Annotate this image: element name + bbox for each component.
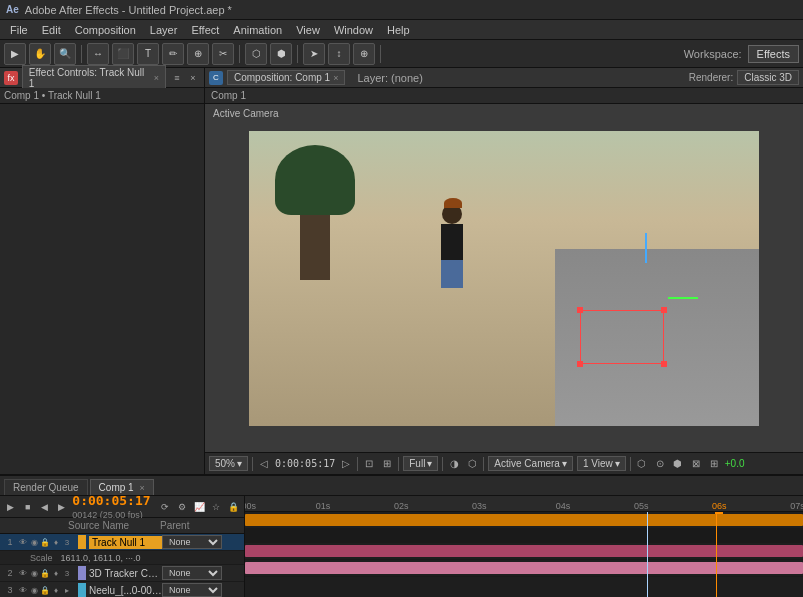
tool-zoom[interactable]: 🔍 xyxy=(54,43,76,65)
person-head xyxy=(442,204,462,224)
draft-icon[interactable]: ⊙ xyxy=(653,457,667,471)
tool-cam[interactable]: ➤ xyxy=(303,43,325,65)
composition-tab-close[interactable]: × xyxy=(333,73,338,83)
tl-solo-btn[interactable]: ☆ xyxy=(210,499,223,515)
color-icon[interactable]: ⬡ xyxy=(465,457,479,471)
render-icon[interactable]: ⬡ xyxy=(635,457,649,471)
effect-controls-tab-label: Effect Controls: Track Null 1 xyxy=(29,67,151,89)
menu-window[interactable]: Window xyxy=(328,22,379,38)
tool-null[interactable]: ⊕ xyxy=(353,43,375,65)
exposure-icon[interactable]: ◑ xyxy=(447,457,461,471)
tl-graph-btn[interactable]: 📈 xyxy=(193,499,206,515)
track-3 xyxy=(245,560,803,577)
layer-solo-icon-2[interactable]: ◉ xyxy=(29,568,39,578)
layer-solo-icon-1[interactable]: ◉ xyxy=(29,537,39,547)
layer-collapse-icon-3[interactable]: ▸ xyxy=(62,585,72,595)
parent-header: Parent xyxy=(160,520,240,531)
layer-name-1: Track Null 1 xyxy=(89,536,162,549)
effect-controls-tab[interactable]: Effect Controls: Track Null 1 × xyxy=(22,65,166,91)
layer-eye-icon-3[interactable]: 👁 xyxy=(18,585,28,595)
person-figure xyxy=(438,204,466,294)
transparency-icon[interactable]: ⊠ xyxy=(689,457,703,471)
layer-shy-icon-1[interactable]: ♦ xyxy=(51,537,61,547)
layer-lock-icon-3[interactable]: 🔒 xyxy=(40,585,50,595)
tool-puppet[interactable]: ⬡ xyxy=(245,43,267,65)
quality-button[interactable]: Full ▾ xyxy=(403,456,438,471)
tool-text[interactable]: T xyxy=(137,43,159,65)
effect-controls-tab-close[interactable]: × xyxy=(154,73,159,83)
menu-file[interactable]: File xyxy=(4,22,34,38)
ruler-01s: 01s xyxy=(316,501,331,511)
next-frame-icon[interactable]: ▷ xyxy=(339,457,353,471)
tool-light[interactable]: ↕ xyxy=(328,43,350,65)
menu-bar: File Edit Composition Layer Effect Anima… xyxy=(0,20,803,40)
menu-help[interactable]: Help xyxy=(381,22,416,38)
layer-solo-icon-3[interactable]: ◉ xyxy=(29,585,39,595)
menu-animation[interactable]: Animation xyxy=(227,22,288,38)
layer-3d-icon-2[interactable]: 3 xyxy=(62,568,72,578)
viewer-area[interactable]: Active Camera xyxy=(205,104,803,452)
parent-col-1: None xyxy=(162,535,242,549)
timeline-playhead[interactable] xyxy=(647,512,648,597)
channel-icon[interactable]: ⊞ xyxy=(707,457,721,471)
tl-loop-btn[interactable]: ⟳ xyxy=(159,499,172,515)
layer-row-1[interactable]: 1 👁 ◉ 🔒 ♦ 3 Track Null 1 None xyxy=(0,534,244,551)
layer-shy-icon-2[interactable]: ♦ xyxy=(51,568,61,578)
layer-row-2[interactable]: 2 👁 ◉ 🔒 ♦ 3 3D Tracker Camera None xyxy=(0,565,244,582)
parent-col-2: None xyxy=(162,566,242,580)
comp-name-bar: Comp 1 xyxy=(205,88,803,104)
menu-layer[interactable]: Layer xyxy=(144,22,184,38)
menu-edit[interactable]: Edit xyxy=(36,22,67,38)
timeline-play-btn[interactable]: ▶ xyxy=(4,499,17,515)
prev-frame-icon[interactable]: ◁ xyxy=(257,457,271,471)
panel-icon: fx xyxy=(4,71,18,85)
timeline-controls: ▶ ■ ◀ ▶ 0:00:05:17 00142 (25.00 fps) ⟳ ⚙… xyxy=(0,496,244,518)
panel-close-icon[interactable]: × xyxy=(186,71,200,85)
layer-lock-icon-2[interactable]: 🔒 xyxy=(40,568,50,578)
snap-icon[interactable]: ⊡ xyxy=(362,457,376,471)
tool-rotate[interactable]: ↔ xyxy=(87,43,109,65)
tool-hand[interactable]: ✋ xyxy=(29,43,51,65)
timeline-section: Render Queue Comp 1 × ▶ ■ ◀ ▶ 0:00:05:17… xyxy=(0,474,803,597)
grid-icon[interactable]: ⊞ xyxy=(380,457,394,471)
parent-dropdown-3[interactable]: None xyxy=(162,583,222,597)
tool-rect[interactable]: ⬛ xyxy=(112,43,134,65)
timeline-stop-btn[interactable]: ■ xyxy=(21,499,34,515)
zoom-button[interactable]: 50% ▾ xyxy=(209,456,248,471)
comp-tab-close[interactable]: × xyxy=(139,483,144,493)
layer-eye-icon-1[interactable]: 👁 xyxy=(18,537,28,547)
tl-settings-btn[interactable]: ⚙ xyxy=(176,499,189,515)
composition-tab[interactable]: Composition: Comp 1 × xyxy=(227,70,345,85)
track-bar-1 xyxy=(245,514,803,526)
layer-num-3: 3 xyxy=(2,585,18,595)
menu-effect[interactable]: Effect xyxy=(185,22,225,38)
tl-lock-btn[interactable]: 🔒 xyxy=(227,499,240,515)
tool-clone[interactable]: ⊕ xyxy=(187,43,209,65)
tracker-corner-br xyxy=(661,361,667,367)
view-count-button[interactable]: 1 View ▾ xyxy=(577,456,626,471)
timeline-next-btn[interactable]: ▶ xyxy=(55,499,68,515)
parent-dropdown-1[interactable]: None xyxy=(162,535,222,549)
panel-icons: ≡ × xyxy=(170,71,200,85)
timeline-tracks xyxy=(245,512,803,597)
layer-lock-icon-1[interactable]: 🔒 xyxy=(40,537,50,547)
timeline-timecode[interactable]: 0:00:05:17 xyxy=(72,493,150,508)
tool-pen[interactable]: ✏ xyxy=(162,43,184,65)
tool-paint[interactable]: ✂ xyxy=(212,43,234,65)
workspace-button[interactable]: Effects xyxy=(748,45,799,63)
menu-view[interactable]: View xyxy=(290,22,326,38)
camera-view-button[interactable]: Active Camera ▾ xyxy=(488,456,573,471)
renderer-button[interactable]: Classic 3D xyxy=(737,70,799,85)
layer-shy-icon-3[interactable]: ♦ xyxy=(51,585,61,595)
timeline-prev-btn[interactable]: ◀ xyxy=(38,499,51,515)
region-icon[interactable]: ⬢ xyxy=(671,457,685,471)
layer-row-3[interactable]: 3 👁 ◉ 🔒 ♦ ▸ Neelu_[...0-00283].jpg None xyxy=(0,582,244,597)
layer-eye-icon-2[interactable]: 👁 xyxy=(18,568,28,578)
tool-shape[interactable]: ⬢ xyxy=(270,43,292,65)
parent-dropdown-2[interactable]: None xyxy=(162,566,222,580)
menu-composition[interactable]: Composition xyxy=(69,22,142,38)
layer-3d-icon-1[interactable]: 3 xyxy=(62,537,72,547)
tool-select[interactable]: ▶ xyxy=(4,43,26,65)
panel-menu-icon[interactable]: ≡ xyxy=(170,71,184,85)
ruler-04s: 04s xyxy=(556,501,571,511)
